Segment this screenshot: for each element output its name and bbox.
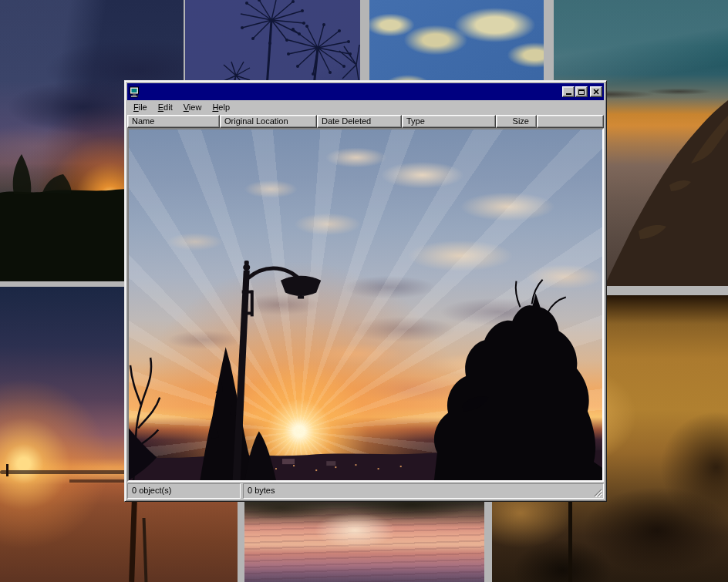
desktop: { "window": { "title": "", "titlebar_col… [0, 0, 728, 582]
column-header-original-location[interactable]: Original Location [220, 115, 317, 128]
close-button[interactable]: ✕ [590, 86, 602, 97]
minimize-button[interactable] [562, 86, 575, 97]
menu-bar: File Edit View Help [127, 100, 604, 115]
close-icon: ✕ [591, 87, 602, 96]
maximize-button[interactable] [575, 86, 588, 97]
resize-grip-icon[interactable] [592, 487, 602, 497]
menu-edit[interactable]: Edit [153, 101, 178, 114]
water-pole [143, 518, 148, 582]
menu-file[interactable]: File [128, 101, 153, 114]
column-header-row: Name Original Location Date Deleted Type… [127, 115, 604, 128]
column-header-spacer[interactable] [537, 115, 604, 128]
maximize-icon [578, 89, 585, 95]
water-pole [129, 500, 137, 582]
column-header-size[interactable]: Size [496, 115, 537, 128]
column-header-date-deleted[interactable]: Date Deleted [317, 115, 402, 128]
photo-silhouettes [129, 130, 602, 480]
file-list-area[interactable] [127, 128, 604, 482]
status-object-count: 0 object(s) [127, 483, 241, 499]
status-bytes-text: 0 bytes [248, 486, 275, 495]
minimize-icon [566, 93, 571, 95]
wallpaper-sunset-lamp-photo [129, 130, 602, 480]
status-bar: 0 object(s) 0 bytes [127, 482, 604, 499]
menu-view[interactable]: View [178, 101, 207, 114]
menu-help[interactable]: Help [207, 101, 235, 114]
status-size: 0 bytes [243, 483, 604, 499]
computer-icon [129, 86, 141, 98]
water-pole [6, 464, 8, 476]
column-header-name[interactable]: Name [127, 115, 220, 128]
titlebar[interactable]: ✕ [127, 83, 604, 100]
column-header-type[interactable]: Type [402, 115, 496, 128]
recycle-bin-window: ✕ File Edit View Help Name Original Loca… [124, 80, 607, 502]
